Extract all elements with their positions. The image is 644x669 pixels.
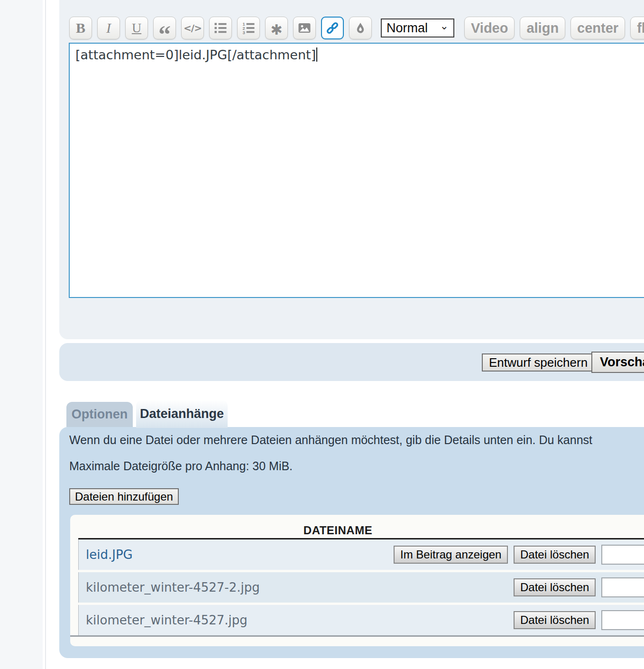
preview-button[interactable]: Vorschau [591,352,644,373]
message-editor[interactable]: [attachment=0]leid.JPG[/attachment] [69,43,644,298]
insert-image-button[interactable] [293,17,316,39]
insert-link-button[interactable] [321,17,344,39]
table-bottom-border [70,635,644,637]
ordered-list-icon: 1 2 3 [241,21,256,35]
quote-button[interactable]: “ [153,17,176,39]
code-icon: </> [184,22,202,34]
attachment-filename: kilometer_winter-4527-2.jpg [86,580,260,595]
bbcode-toolbar: B I U “ </> 1 2 [69,17,644,39]
code-button[interactable]: </> [181,17,204,39]
max-filesize-text: Maximale Dateigröße pro Anhang: 30 MiB. [69,459,293,473]
asterisk-icon: ✱ [270,21,282,38]
delete-file-button[interactable]: Datei löschen [514,578,596,596]
attachment-filename: kilometer_winter-4527.jpg [86,613,248,627]
delete-file-button[interactable]: Datei löschen [514,546,596,564]
italic-button[interactable]: I [97,17,120,39]
tab-attachments[interactable]: Dateianhänge [136,400,228,428]
font-color-button[interactable] [349,17,372,39]
center-button[interactable]: center [570,17,625,39]
bullet-list-icon [213,21,228,35]
italic-icon: I [106,20,111,36]
chevron-down-icon: ⌄ [440,20,449,32]
link-icon [325,20,340,36]
image-icon [297,21,312,35]
ordered-list-button[interactable]: 1 2 3 [237,17,260,39]
left-sidebar [0,0,43,669]
message-text: [attachment=0]leid.JPG[/attachment] [75,47,316,62]
add-files-button[interactable]: Dateien hinzufügen [69,488,179,505]
format-select[interactable]: Normal ⌄ [381,19,454,37]
bold-button[interactable]: B [69,17,92,39]
text-cursor [316,47,317,62]
attachments-info-text: Wenn du eine Datei oder mehrere Dateien … [69,433,592,447]
filename-column-header: DATEINAME [78,524,598,537]
attachment-comment-input[interactable] [601,610,644,630]
tab-options[interactable]: Optionen [66,402,133,427]
attachments-table-panel: DATEINAME leid.JPG Im Beitrag anzeigen D… [70,515,644,646]
bold-icon: B [76,20,85,36]
attachment-filename-link[interactable]: leid.JPG [86,548,133,562]
attachment-comment-input[interactable] [601,577,644,597]
format-select-value: Normal [386,21,428,36]
underline-button[interactable]: U [125,17,148,39]
attachment-comment-input[interactable] [601,545,644,565]
color-drop-icon [354,21,367,35]
bullet-list-button[interactable] [209,17,232,39]
quote-icon: “ [158,32,171,37]
attachment-row: kilometer_winter-4527-2.jpg Datei lösche… [78,572,644,603]
sidebar-divider [45,0,46,669]
list-item-button[interactable]: ✱ [265,17,288,39]
attachment-row: kilometer_winter-4527.jpg Datei löschen [78,605,644,635]
underline-icon: U [132,20,141,36]
attachment-row: leid.JPG Im Beitrag anzeigen Datei lösch… [78,539,644,570]
show-in-post-button[interactable]: Im Beitrag anzeigen [394,546,508,564]
delete-file-button[interactable]: Datei löschen [514,611,596,629]
align-button[interactable]: align [520,17,565,39]
svg-text:3: 3 [243,30,245,35]
video-button[interactable]: Video [464,17,515,39]
float-button[interactable]: float [630,17,644,39]
post-editor-page: B I U “ </> 1 2 [0,0,644,669]
save-draft-button[interactable]: Entwurf speichern [482,353,595,372]
